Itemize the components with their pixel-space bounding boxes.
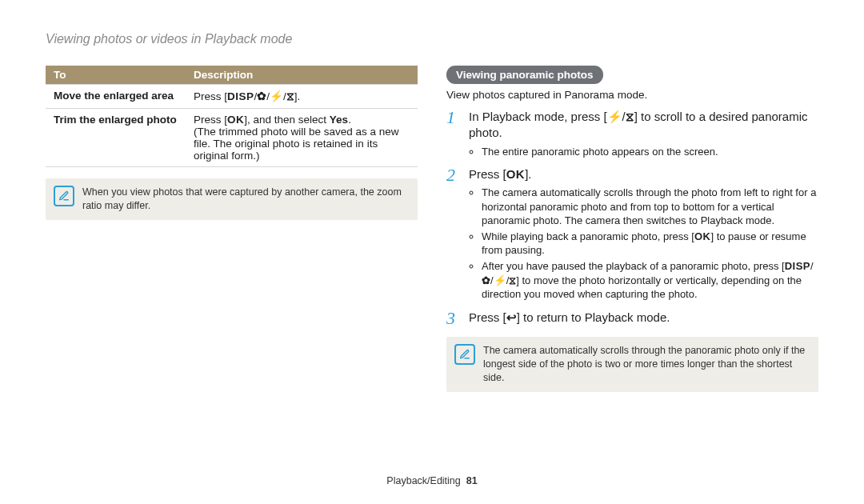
footer-section: Playback/Editing bbox=[386, 475, 460, 486]
table-row: Move the enlarged area Press [DISP///]. bbox=[46, 85, 418, 109]
row-action: Trim the enlarged photo bbox=[46, 109, 186, 167]
text-fragment: ]. bbox=[294, 90, 301, 102]
flash-icon bbox=[607, 109, 622, 125]
timer-icon bbox=[286, 90, 294, 103]
actions-table: To Description Move the enlarged area Pr… bbox=[46, 66, 418, 167]
macro-icon bbox=[257, 90, 266, 102]
bullet: After you have paused the playback of a … bbox=[482, 259, 818, 302]
text-fragment: Press [ bbox=[194, 114, 227, 126]
step-bullets: The entire panoramic photo appears on th… bbox=[469, 145, 818, 159]
step-2: Press [OK]. The camera automatically scr… bbox=[446, 166, 818, 302]
bullet: The camera automatically scrolls through… bbox=[482, 186, 818, 228]
return-icon bbox=[506, 310, 517, 326]
step-text: In Playback mode, press [/] to scroll to… bbox=[469, 109, 818, 142]
info-icon bbox=[454, 344, 475, 365]
ok-icon: OK bbox=[506, 167, 526, 181]
right-column: Viewing panoramic photos View photos cap… bbox=[446, 66, 818, 392]
text-fragment: In Playback mode, press [ bbox=[469, 110, 607, 123]
note-box: When you view photos that were captured … bbox=[46, 178, 418, 220]
timer-icon bbox=[626, 109, 634, 125]
step-3: Press [] to return to Playback mode. bbox=[446, 310, 818, 326]
step-text: Press [] to return to Playback mode. bbox=[469, 310, 818, 326]
table-header-description: Description bbox=[186, 66, 418, 85]
text-fragment: . bbox=[348, 114, 351, 126]
flash-icon bbox=[494, 274, 506, 288]
page-number: 81 bbox=[466, 475, 478, 486]
text-fragment: (The trimmed photo will be saved as a ne… bbox=[194, 126, 399, 162]
row-description: Press [OK], and then select Yes. (The tr… bbox=[186, 109, 418, 167]
text-fragment: ], and then select bbox=[244, 114, 330, 126]
row-action: Move the enlarged area bbox=[46, 85, 186, 109]
ok-icon: OK bbox=[227, 114, 244, 126]
text-fragment: ] to return to Playback mode. bbox=[517, 310, 670, 324]
left-column: To Description Move the enlarged area Pr… bbox=[46, 66, 418, 392]
info-icon bbox=[54, 186, 74, 206]
timer-icon bbox=[509, 274, 516, 288]
text-fragment: Press [ bbox=[194, 90, 227, 102]
table-row: Trim the enlarged photo Press [OK], and … bbox=[46, 109, 418, 167]
row-description: Press [DISP///]. bbox=[186, 85, 418, 109]
bullet: While playing back a panoramic photo, pr… bbox=[482, 230, 818, 258]
step-bullets: The camera automatically scrolls through… bbox=[469, 186, 818, 301]
text-fragment: ] to move the photo horizontally or vert… bbox=[482, 274, 802, 301]
page-footer: Playback/Editing 81 bbox=[0, 475, 864, 486]
text-fragment: While playing back a panoramic photo, pr… bbox=[482, 230, 694, 242]
bullet: The entire panoramic photo appears on th… bbox=[482, 145, 818, 159]
note-box: The camera automatically scrolls through… bbox=[446, 337, 818, 392]
bold-text: Yes bbox=[330, 114, 348, 126]
step-text: Press [OK]. bbox=[469, 166, 818, 182]
text-fragment: Press [ bbox=[469, 310, 506, 324]
text-fragment: ]. bbox=[525, 167, 531, 181]
disp-icon: DISP bbox=[227, 90, 254, 102]
disp-icon: DISP bbox=[785, 260, 810, 272]
two-column-layout: To Description Move the enlarged area Pr… bbox=[46, 66, 818, 392]
page-title: Viewing photos or videos in Playback mod… bbox=[46, 32, 818, 46]
steps-list: In Playback mode, press [/] to scroll to… bbox=[446, 109, 818, 326]
step-1: In Playback mode, press [/] to scroll to… bbox=[446, 109, 818, 158]
text-fragment: Press [ bbox=[469, 167, 506, 181]
flash-icon bbox=[270, 90, 283, 102]
note-text: The camera automatically scrolls through… bbox=[483, 344, 810, 385]
section-intro: View photos captured in Panorama mode. bbox=[446, 89, 818, 101]
text-fragment: After you have paused the playback of a … bbox=[482, 260, 785, 272]
table-header-to: To bbox=[46, 66, 186, 85]
macro-icon bbox=[482, 274, 490, 288]
note-text: When you view photos that were captured … bbox=[82, 186, 410, 213]
section-heading: Viewing panoramic photos bbox=[446, 66, 603, 84]
ok-icon: OK bbox=[694, 230, 711, 242]
